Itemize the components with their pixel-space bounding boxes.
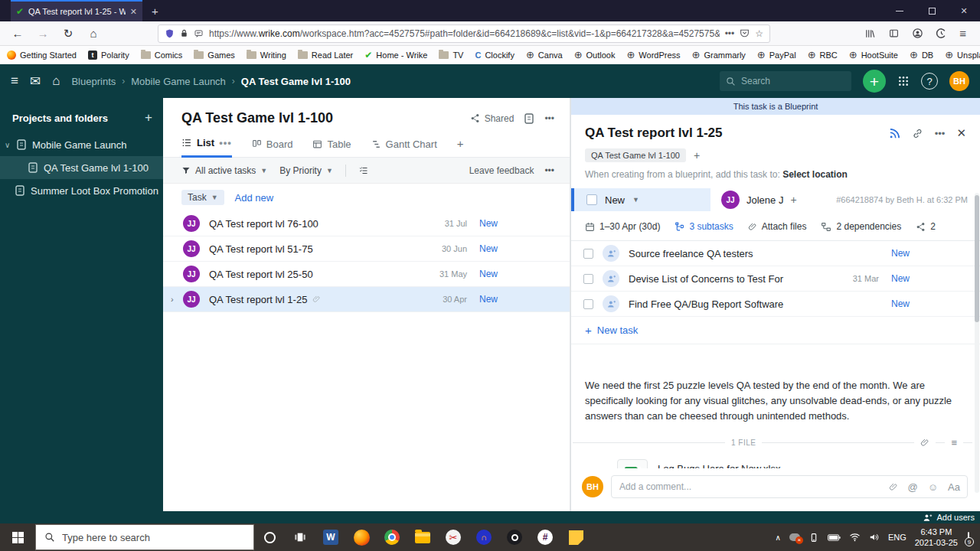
assignee[interactable]: JJ Jolene J +: [710, 191, 797, 209]
attach-files-button[interactable]: Attach files: [748, 221, 807, 232]
new-task-button[interactable]: + New task: [571, 317, 980, 344]
tab-options-icon[interactable]: •••: [219, 137, 232, 148]
shield-icon[interactable]: [165, 28, 175, 39]
subtask-row[interactable]: Devise List of Concerns to Test For 31 M…: [571, 266, 980, 292]
breadcrumb-project[interactable]: Mobile Game Launch: [131, 76, 226, 87]
detail-scrollbar[interactable]: [975, 193, 979, 493]
task-view-icon[interactable]: [285, 523, 315, 551]
tab-close-icon[interactable]: ✕: [130, 7, 137, 17]
add-project-button[interactable]: +: [145, 110, 152, 126]
task-status[interactable]: New: [479, 243, 504, 254]
task-title[interactable]: QA Test report lvl 1-25: [209, 294, 430, 305]
subtask-row[interactable]: Source freelance QA testers New: [571, 241, 980, 266]
help-icon[interactable]: ?: [921, 73, 938, 90]
music-app-icon[interactable]: ∩: [469, 523, 499, 551]
assign-user-icon[interactable]: [603, 295, 619, 312]
filter-dropdown[interactable]: All active tasks▼: [181, 165, 267, 176]
back-icon[interactable]: ←: [8, 24, 28, 43]
taskbar-clock[interactable]: 6:43 PM 2021-03-25: [915, 527, 958, 549]
tab-board[interactable]: Board: [252, 139, 293, 157]
bookmark-comics[interactable]: Comics: [141, 51, 183, 60]
sort-dropdown[interactable]: By Priority▼: [279, 165, 333, 176]
expand-chevron-icon[interactable]: ›: [171, 295, 183, 304]
permalink-icon[interactable]: [912, 128, 923, 139]
task-due-date[interactable]: 31 May: [430, 269, 467, 279]
onedrive-error-icon[interactable]: [789, 533, 800, 541]
tab-gantt[interactable]: Gantt Chart: [371, 139, 437, 157]
menu-icon[interactable]: ≡: [959, 27, 966, 40]
task-due-date[interactable]: 31 Jul: [430, 219, 467, 228]
close-button[interactable]: ✕: [948, 0, 980, 21]
shared-button[interactable]: Shared: [470, 113, 514, 124]
tray-expand-icon[interactable]: ∧: [776, 533, 781, 542]
file-explorer-icon[interactable]: [407, 523, 438, 551]
obs-icon[interactable]: [499, 523, 530, 551]
add-users-button[interactable]: Add users: [936, 513, 975, 522]
inbox-icon[interactable]: ✉: [30, 73, 41, 90]
status-dropdown[interactable]: New ▼: [571, 188, 710, 211]
select-location-link[interactable]: Select location: [782, 169, 848, 180]
follow-rss-icon[interactable]: [889, 128, 900, 139]
bookmark-games[interactable]: Games: [194, 51, 234, 60]
task-status[interactable]: New: [479, 218, 504, 229]
wrike-home-icon[interactable]: ⌂: [52, 73, 60, 89]
subtask-checkbox[interactable]: [583, 274, 593, 284]
pocket-icon[interactable]: [740, 28, 750, 38]
task-row[interactable]: JJ QA Test report lvl 76-100 31 Jul New: [163, 211, 570, 236]
bookmark-star-icon[interactable]: ☆: [755, 28, 763, 39]
bookmark-writing[interactable]: Writing: [247, 51, 286, 60]
bookmark-polarity[interactable]: tPolarity: [88, 51, 129, 60]
parent-folder-tag[interactable]: QA Test Game lvl 1-100: [585, 148, 686, 162]
more-options-icon[interactable]: •••: [544, 165, 554, 176]
battery-icon[interactable]: [828, 533, 841, 542]
task-row-selected[interactable]: › JJ QA Test report lvl 1-25 30 Apr New: [163, 287, 570, 312]
bookmark-canva[interactable]: ⊕Canva: [526, 50, 563, 60]
subtask-checkbox[interactable]: [583, 249, 593, 259]
breadcrumb-blueprints[interactable]: Blueprints: [71, 76, 116, 87]
close-panel-icon[interactable]: ✕: [956, 126, 966, 140]
add-view-button[interactable]: +: [457, 137, 464, 157]
task-title[interactable]: QA Test report lvl 51-75: [209, 243, 430, 255]
format-text-icon[interactable]: Aa: [948, 481, 960, 493]
sidebars-icon[interactable]: [888, 28, 900, 38]
assign-user-icon[interactable]: [603, 245, 619, 262]
taskbar-search[interactable]: [35, 524, 254, 550]
bookmark-read-later[interactable]: Read Later: [298, 51, 353, 60]
scrollbar-thumb[interactable]: [975, 195, 979, 322]
account-icon[interactable]: [912, 28, 923, 39]
blueprint-icon[interactable]: [524, 113, 534, 124]
subtask-status[interactable]: New: [891, 273, 913, 284]
more-options-icon[interactable]: •••: [544, 113, 554, 124]
minimize-button[interactable]: [884, 0, 916, 21]
screenshot-tool-icon[interactable]: ✂: [438, 523, 469, 551]
bookmark-wordpress[interactable]: ⊕WordPress: [626, 50, 680, 60]
assignee-avatar[interactable]: JJ: [721, 191, 740, 209]
cortana-icon[interactable]: [254, 523, 285, 551]
volume-icon[interactable]: [869, 533, 880, 542]
mention-icon[interactable]: @: [908, 481, 918, 493]
assignee-avatar[interactable]: JJ: [183, 266, 200, 282]
tab-table[interactable]: Table: [312, 139, 351, 157]
bookmark-grammarly[interactable]: ⊕Grammarly: [692, 50, 746, 60]
task-status[interactable]: New: [479, 294, 504, 305]
task-title[interactable]: QA Test report lvl 76-100: [209, 218, 430, 230]
sidebar-item-qa-test-game[interactable]: QA Test Game lvl 1-100: [0, 156, 163, 179]
assignee-avatar[interactable]: JJ: [183, 291, 200, 308]
task-due-date[interactable]: 30 Jun: [430, 244, 467, 253]
permissions-icon[interactable]: [194, 29, 204, 38]
subtask-title[interactable]: Find Free QA/Bug Report Software: [629, 298, 845, 310]
language-indicator[interactable]: ENG: [888, 533, 906, 542]
assignee-avatar[interactable]: JJ: [183, 240, 200, 257]
tab-list[interactable]: List•••: [181, 137, 232, 158]
word-icon[interactable]: W: [315, 523, 346, 551]
attach-comment-icon[interactable]: [889, 482, 898, 492]
leave-feedback-link[interactable]: Leave feedback: [469, 165, 534, 176]
task-row[interactable]: JJ QA Test report lvl 51-75 30 Jun New: [163, 236, 570, 262]
forward-icon[interactable]: →: [33, 24, 53, 43]
task-type-dropdown[interactable]: Task▼: [181, 190, 224, 205]
chrome-icon[interactable]: [377, 523, 407, 551]
clockify-extension-icon[interactable]: [936, 28, 947, 39]
bookmark-rbc[interactable]: ⊕RBC: [808, 50, 838, 60]
slack-icon[interactable]: #: [530, 523, 560, 551]
wrike-search[interactable]: [720, 71, 851, 91]
